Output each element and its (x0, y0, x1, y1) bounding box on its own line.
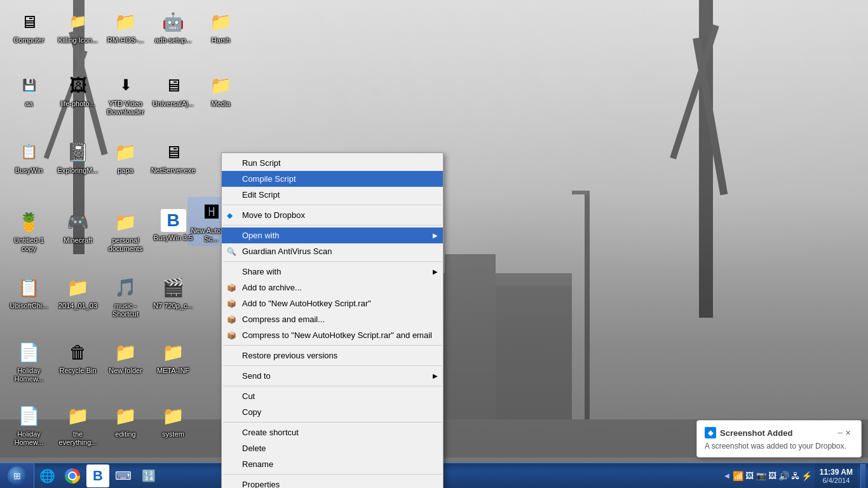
desktop-icon-2014[interactable]: 📁 2014_01_03 (54, 272, 102, 313)
cm-copy[interactable]: Copy (222, 404, 443, 420)
cm-copy-label: Copy (242, 407, 261, 417)
cm-guardian-label: Guardian AntiVirus Scan (242, 247, 332, 256)
cm-rename[interactable]: Rename (222, 456, 443, 472)
cm-guardian[interactable]: 🔍 Guardian AntiVirus Scan (222, 243, 443, 259)
desktop-icon-minecraft[interactable]: 🎮 Minecraft (54, 207, 102, 247)
cm-sep7 (223, 422, 442, 423)
cm-properties-label: Properties (242, 480, 280, 488)
desktop-icon-n7[interactable]: 🎬 N7 720p_c... (149, 272, 197, 313)
desktop-icon-untitled[interactable]: 🍍 Untitled-1 copy (5, 207, 53, 255)
holiday2-icon: 📄 (17, 403, 42, 428)
tray-expand-btn[interactable]: ◀ (723, 472, 731, 479)
desktop-icon-everything[interactable]: 📁 the everything... (54, 400, 102, 449)
taskbar-busywin-button[interactable]: B (86, 464, 109, 487)
tray-network-icon[interactable]: 🖧 (790, 471, 801, 481)
desktop-icon-aa[interactable]: 💾 aa (5, 70, 53, 111)
2014-label: 2014_01_03 (58, 302, 97, 310)
cm-add-archive[interactable]: 📦 Add to archive... (222, 280, 443, 295)
desktop-icon-recycle[interactable]: 🗑 Recycle Bin (54, 337, 102, 377)
rar-icon2: 📦 (227, 299, 236, 308)
cm-run-script-label: Run Script (242, 158, 281, 168)
start-button[interactable] (0, 463, 34, 489)
cm-send-to[interactable]: Send to ▶ (222, 368, 443, 384)
show-desktop-button[interactable] (860, 464, 865, 488)
desktop-icon-computer[interactable]: 🖥 Computer (5, 6, 53, 47)
cm-create-shortcut[interactable]: Create shortcut (222, 424, 443, 440)
everything-icon: 📁 (65, 403, 91, 428)
cm-add-rar[interactable]: 📦 Add to "New AutoHotkey Script.rar" (222, 295, 443, 311)
cm-cut[interactable]: Cut (222, 388, 443, 404)
tray-volume-icon[interactable]: 🔊 (779, 471, 789, 481)
tray-photos2-icon[interactable]: 📷 (756, 471, 766, 481)
taskbar-calc-button[interactable]: 🔢 (137, 464, 160, 487)
notification-minimize-btn[interactable]: ─ (837, 429, 843, 437)
desktop-icon-media[interactable]: 📁 Media (197, 70, 245, 111)
editing-label: editing (115, 430, 135, 438)
clock-date: 6/4/2014 (822, 477, 850, 484)
desktop-icon-holiday2[interactable]: 📄 Holiday Homew... (5, 400, 53, 449)
cm-compile-script[interactable]: Compile Script (222, 171, 443, 187)
exploringm-label: ExploringM... (57, 166, 98, 175)
desktop-icon-metainf[interactable]: 📁 META-INF (149, 337, 197, 377)
cm-edit-script[interactable]: Edit Script (222, 187, 443, 203)
desktop-icon-ytd[interactable]: ⬇ YTD Video Downloader (102, 70, 149, 119)
notification-title: Screenshot Added (720, 428, 792, 438)
cm-run-script[interactable]: Run Script (222, 155, 443, 171)
music-icon: 🎵 (113, 274, 139, 300)
tray-photos3-icon[interactable]: 🖼 (768, 471, 778, 481)
desktop-icon-killing[interactable]: 📁 Killing Icon... (54, 6, 102, 47)
notification-header: ◆ Screenshot Added ─ ✕ (705, 427, 853, 438)
cm-share-with[interactable]: Share with ▶ (222, 264, 443, 280)
desktop-icon-newfolder[interactable]: 📁 New folder (102, 337, 149, 377)
cm-move-dropbox[interactable]: ◆ Move to Dropbox (222, 207, 443, 223)
desktop-icon-lifephoto[interactable]: 🖼 life-photo... (54, 70, 102, 111)
killing-icon: 📁 (65, 9, 91, 34)
cm-sep5 (223, 365, 442, 366)
lifephoto-icon: 🖼 (65, 72, 91, 98)
tray-wifi-icon[interactable]: 📶 (733, 471, 743, 481)
desktop: 🖥 Computer 📁 Killing Icon... 📁 RM-HOS-..… (0, 0, 868, 488)
desktop-icon-netserver[interactable]: 🖥 NetServer.exe (149, 137, 197, 177)
cm-open-with-label: Open with (242, 231, 280, 240)
desktop-icon-harsh[interactable]: 📁 Harsh (197, 6, 245, 47)
cm-properties[interactable]: Properties (222, 477, 443, 488)
tray-power-icon[interactable]: ⚡ (802, 471, 812, 481)
desktop-icon-music[interactable]: 🎵 music - Shortcut (102, 272, 149, 321)
desktop-icon-editing[interactable]: 📁 editing (102, 400, 149, 441)
cm-restore[interactable]: Restore previous versions (222, 348, 443, 363)
clock-area[interactable]: 11:39 AM 6/4/2014 (815, 463, 858, 489)
tray-photos-icon[interactable]: 🖼 (745, 471, 755, 481)
cm-rename-label: Rename (242, 459, 273, 469)
desktop-icon-busywin35[interactable]: B BusyWin 3.5 (149, 207, 197, 245)
adb-label: adb-setup... (154, 36, 191, 44)
cm-sep3 (223, 261, 442, 262)
computer-label: Computer (13, 36, 44, 44)
notification-title-row: ◆ Screenshot Added (705, 427, 792, 438)
cm-send-to-arrow: ▶ (433, 372, 438, 379)
cm-delete[interactable]: Delete (222, 440, 443, 456)
desktop-icon-adb[interactable]: 🤖 adb-setup... (149, 6, 197, 47)
cm-add-archive-label: Add to archive... (242, 283, 302, 292)
recycle-icon: 🗑 (65, 339, 91, 365)
desktop-icon-universalaj[interactable]: 🖥 UniversalAj... (149, 70, 197, 111)
taskbar-keyboard-button[interactable]: ⌨ (112, 464, 135, 487)
desktop-icon-busywin[interactable]: 📋 BusyWin (5, 137, 53, 177)
holiday1-label: Holiday Homew... (6, 367, 51, 383)
cm-sep8 (223, 474, 442, 475)
desktop-icon-rmhos[interactable]: 📁 RM-HOS-... (102, 6, 149, 47)
taskbar-chrome-button[interactable] (61, 464, 84, 487)
cm-compress-rar-email[interactable]: 📦 Compress to "New AutoHotkey Script.rar… (222, 327, 443, 343)
minecraft-icon: 🎮 (65, 209, 91, 234)
desktop-icon-system[interactable]: 📁 system (149, 400, 197, 441)
desktop-icon-personal[interactable]: 📁 personal documents (102, 207, 149, 255)
cm-open-with[interactable]: Open with ▶ (222, 227, 443, 243)
desktop-icon-papa[interactable]: 📁 papa (102, 137, 149, 177)
cm-compress-email[interactable]: 📦 Compress and email... (222, 311, 443, 327)
taskbar-ie-button[interactable]: 🌐 (36, 464, 58, 487)
notification-close-btn[interactable]: ✕ (845, 429, 851, 437)
desktop-icon-exploringm[interactable]: 📓 ExploringM... (54, 137, 102, 177)
netserver-label: NetServer.exe (151, 166, 196, 175)
desktop-icon-holiday1[interactable]: 📄 Holiday Homew... (5, 337, 53, 386)
autohotkey-icon: 🅷 (199, 200, 224, 225)
desktop-icon-ubisoft[interactable]: 📋 UbisoftChi... (5, 272, 53, 313)
